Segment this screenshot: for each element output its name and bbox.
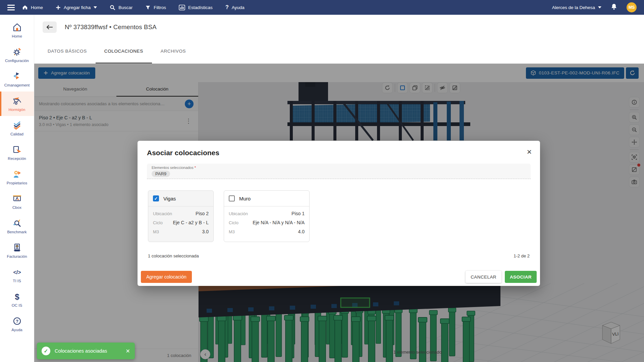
sidebar-item-configuracion[interactable]: Configuración — [0, 43, 34, 67]
checkbox-unchecked-icon[interactable] — [229, 195, 235, 201]
close-dialog-icon[interactable]: ✕ — [527, 148, 532, 156]
gear-icon — [12, 47, 22, 57]
field-label: Elementos seleccionados — [152, 166, 194, 170]
sidebar-item-ti-is[interactable]: </> TI IS — [0, 263, 34, 287]
row-value: Piso 1 — [291, 211, 305, 216]
project-selector[interactable]: Alerces de la Dehesa — [552, 5, 601, 10]
check-circle-icon: ✓ — [42, 347, 50, 355]
cancelar-button[interactable]: CANCELAR — [466, 271, 501, 283]
selected-elements-field[interactable]: Elementos seleccionados * PAR9 — [147, 164, 531, 179]
code-icon: </> — [12, 267, 22, 277]
cmanagement-icon — [12, 71, 22, 81]
chevron-down-icon — [94, 6, 97, 9]
dollar-icon: $ — [12, 292, 22, 302]
success-toast: ✓ Colocaciones asociadas ✕ — [37, 343, 135, 359]
row-label: Ubicación — [229, 211, 248, 216]
question-icon: ? — [225, 4, 229, 10]
row-value: Eje N/A - N/A y N/A - N/A — [253, 220, 305, 225]
colocacion-card-muro[interactable]: Muro UbicaciónPiso 1 CicloEje N/A - N/A … — [224, 190, 310, 242]
sidebar-item-calidad[interactable]: Calidad — [0, 116, 34, 140]
svg-text:?: ? — [16, 319, 18, 324]
nav-buscar[interactable]: Buscar — [110, 5, 132, 10]
sidebar-item-ayuda[interactable]: ? Ayuda — [0, 312, 34, 336]
row-value: 4.0 — [298, 229, 305, 234]
nav-filtros[interactable]: Filtros — [145, 5, 166, 10]
back-button[interactable] — [43, 21, 57, 33]
row-label: Ciclo — [153, 220, 163, 225]
required-asterisk: * — [195, 166, 196, 170]
agregar-colocacion-button[interactable]: Agregar colocación — [141, 271, 192, 283]
colocacion-card-vigas[interactable]: ✓ Vigas UbicaciónPiso 2 CicloEje C - a2 … — [148, 190, 214, 242]
sidebar-item-home[interactable]: Home — [0, 18, 34, 43]
element-chip[interactable]: PAR9 — [152, 171, 170, 177]
card-title: Muro — [239, 196, 251, 201]
dialog-title: Asociar colocaciones — [147, 149, 219, 157]
nav-home[interactable]: Home — [22, 5, 43, 10]
checkbox-checked-icon[interactable]: ✓ — [153, 195, 159, 201]
board-icon — [12, 194, 22, 204]
pagination-label: 1-2 de 2 — [514, 253, 530, 258]
nav-estadisticas[interactable]: Estadísticas — [179, 5, 213, 10]
row-value: Piso 2 — [196, 211, 209, 216]
row-value: 3.0 — [202, 229, 209, 234]
person-icon — [12, 169, 22, 179]
row-label: Ubicación — [153, 211, 172, 216]
bar-chart-icon — [179, 5, 185, 10]
sidebar-item-facturacion[interactable]: Facturación — [0, 238, 34, 263]
sidebar-item-benchmark[interactable]: Benchmark — [0, 214, 34, 238]
inbox-arrow-icon — [12, 145, 22, 155]
main-tabs: DATOS BÁSICOS COLOCACIONES ARCHIVOS — [34, 40, 644, 64]
home-icon — [22, 5, 28, 10]
sidebar-item-cmanagement[interactable]: Cmanagement — [0, 67, 34, 92]
double-check-icon — [12, 120, 22, 130]
chevron-down-icon — [598, 6, 601, 8]
svg-text:</>: </> — [13, 269, 21, 275]
invoice-coin-icon — [12, 243, 22, 253]
sidebar-item-cbox[interactable]: Cbox — [0, 189, 34, 214]
sidebar-item-propietarios[interactable]: Propietarios — [0, 165, 34, 189]
page-title: Nº 373839ffwsf • Cementos BSA — [65, 23, 157, 31]
card-title: Vigas — [163, 196, 176, 201]
selection-summary: 1 colocación seleccionada — [148, 253, 199, 258]
hamburger-menu-icon[interactable] — [7, 5, 15, 10]
left-sidebar: Home Configuración Cmanagement Hormigón … — [0, 15, 34, 362]
row-value: Eje C - a2 y B - L — [173, 220, 209, 225]
sidebar-item-recepcion[interactable]: Recepción — [0, 140, 34, 165]
magnifier-chart-icon — [12, 218, 22, 228]
home-icon — [12, 22, 22, 33]
notifications-bell-icon[interactable] — [611, 3, 617, 11]
filter-icon — [145, 5, 151, 10]
toast-message: Colocaciones asociadas — [55, 348, 121, 354]
help-icon: ? — [12, 316, 22, 326]
asociar-button[interactable]: ASOCIAR — [505, 271, 537, 283]
tab-datos-basicos[interactable]: DATOS BÁSICOS — [39, 40, 96, 63]
wheelbarrow-icon — [12, 96, 22, 106]
page-header: Nº 373839ffwsf • Cementos BSA — [34, 15, 644, 40]
row-label: M3 — [153, 229, 159, 234]
row-label: Ciclo — [229, 220, 238, 225]
search-icon — [110, 5, 115, 10]
plus-icon — [56, 5, 61, 10]
sidebar-item-oc-is[interactable]: $ OC IS — [0, 287, 34, 312]
svg-text:$: $ — [15, 292, 19, 301]
nav-ayuda[interactable]: ? Ayuda — [225, 4, 245, 10]
sidebar-item-hormigon[interactable]: Hormigón — [0, 92, 34, 116]
nav-agregar-ficha[interactable]: Agregar ficha — [56, 5, 97, 10]
tab-colocaciones[interactable]: COLOCACIONES — [96, 40, 152, 63]
arrow-left-icon — [46, 24, 53, 30]
top-navbar: Home Agregar ficha Buscar Filtros Estadí… — [0, 0, 644, 15]
user-avatar[interactable]: MS — [627, 2, 637, 12]
tab-archivos[interactable]: ARCHIVOS — [152, 40, 195, 63]
asociar-colocaciones-dialog: Asociar colocaciones ✕ Elementos selecci… — [138, 141, 540, 286]
toast-close-icon[interactable]: ✕ — [126, 348, 130, 354]
row-label: M3 — [229, 229, 235, 234]
